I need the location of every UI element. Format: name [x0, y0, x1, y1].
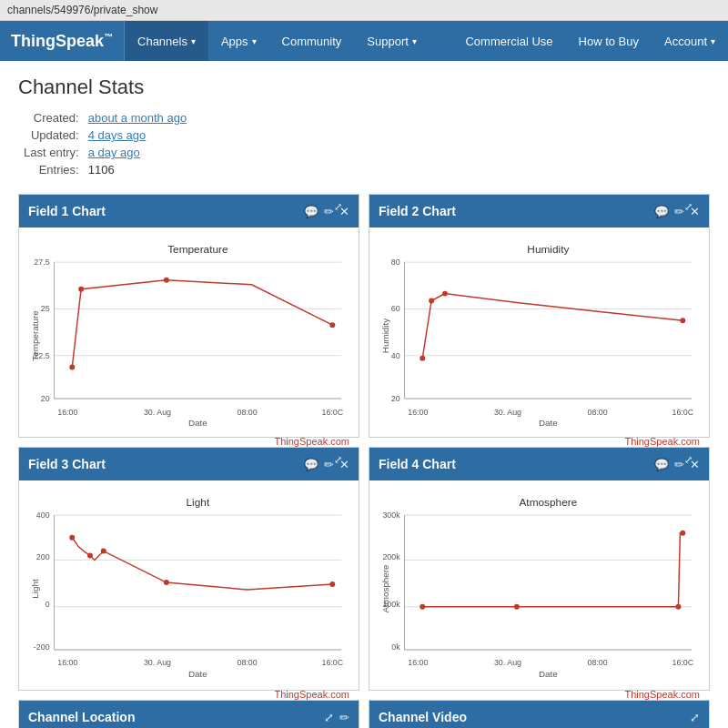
stat-entries-label: Entries: [20, 162, 83, 177]
svg-text:0: 0 [46, 600, 50, 609]
field1-chart-title: Field 1 Chart [28, 204, 106, 218]
location-expand-icon[interactable]: ⤢ [324, 711, 334, 724]
field3-expand-icon[interactable]: ⤢ [334, 454, 342, 466]
stat-last-entry-value: a day ago [85, 145, 190, 160]
svg-text:Light: Light [187, 496, 210, 509]
svg-point-60 [164, 580, 169, 585]
field4-edit-icon[interactable]: ✏ [674, 458, 684, 471]
channel-location-card: Channel Location ⤢ ✏ [18, 700, 359, 728]
field4-comment-icon[interactable]: 💬 [654, 458, 669, 471]
nav-commercial[interactable]: Commercial Use [452, 21, 565, 61]
svg-text:0k: 0k [391, 642, 400, 652]
nav-community[interactable]: Community [269, 21, 355, 61]
field1-comment-icon[interactable]: 💬 [304, 205, 318, 218]
svg-point-36 [420, 356, 425, 361]
svg-point-16 [78, 287, 84, 292]
nav-how-to-buy[interactable]: How to Buy [566, 21, 652, 61]
svg-text:200: 200 [36, 552, 50, 561]
svg-text:08:00: 08:00 [588, 408, 608, 417]
svg-point-82 [680, 531, 685, 536]
field4-expand-icon[interactable]: ⤢ [684, 454, 693, 466]
field2-chart-title: Field 2 Chart [379, 204, 456, 218]
svg-point-38 [442, 291, 448, 297]
field4-chart-controls: 💬 ✏ ✕ ⤢ [654, 458, 700, 471]
svg-point-57 [69, 535, 75, 541]
field1-chart-card: Field 1 Chart 💬 ✏ ✕ ⤢ Temperature 27.5 [18, 194, 359, 438]
svg-text:300k: 300k [382, 511, 400, 520]
field2-chart-controls: 💬 ✏ ✕ ⤢ [654, 205, 700, 218]
field4-thingspeak-link[interactable]: ThingSpeak.com [373, 689, 705, 702]
svg-point-18 [329, 322, 335, 328]
nav-channels[interactable]: Channels▾ [125, 21, 208, 61]
svg-text:16:00: 16:00 [408, 658, 428, 667]
svg-text:100k: 100k [382, 600, 400, 609]
svg-text:20: 20 [391, 394, 400, 403]
svg-text:30. Aug: 30. Aug [494, 408, 521, 417]
stat-updated-value: 4 days ago [85, 127, 190, 143]
field3-thingspeak-link[interactable]: ThingSpeak.com [23, 689, 355, 702]
navbar-right: Commercial Use How to Buy Account▾ [452, 21, 728, 61]
svg-text:Light: Light [30, 579, 40, 599]
brand-logo[interactable]: ThingSpeak™ [0, 21, 125, 61]
svg-text:08:00: 08:00 [238, 658, 258, 667]
field1-edit-icon[interactable]: ✏ [324, 205, 334, 218]
svg-text:Date: Date [188, 669, 207, 679]
svg-text:Date: Date [188, 418, 207, 428]
channel-video-header: Channel Video ⤢ [369, 701, 709, 728]
svg-text:200k: 200k [382, 552, 400, 561]
svg-text:20: 20 [41, 394, 50, 403]
svg-text:16:00: 16:00 [408, 408, 428, 417]
channel-video-title: Channel Video [379, 710, 467, 724]
location-edit-icon[interactable]: ✏ [339, 711, 349, 724]
svg-point-80 [514, 604, 520, 610]
video-expand-icon[interactable]: ⤢ [690, 711, 700, 724]
field2-chart-card: Field 2 Chart 💬 ✏ ✕ ⤢ Humidity 80 60 40 [369, 194, 710, 438]
field4-chart-title: Field 4 Chart [379, 457, 456, 471]
field1-expand-icon[interactable]: ⤢ [334, 201, 342, 213]
svg-text:16:0C: 16:0C [322, 658, 344, 667]
svg-text:60: 60 [391, 304, 400, 313]
charts-grid: Field 1 Chart 💬 ✏ ✕ ⤢ Temperature 27.5 [18, 194, 710, 691]
channel-video-card: Channel Video ⤢ [369, 700, 710, 728]
svg-text:Date: Date [539, 418, 558, 428]
stats-table: Created: about a month ago Updated: 4 da… [18, 108, 192, 179]
svg-text:30. Aug: 30. Aug [144, 408, 171, 417]
field1-chart-body: Temperature 27.5 25 22.5 20 16:00 30. Au… [19, 228, 359, 437]
svg-text:16:0C: 16:0C [672, 658, 694, 667]
svg-text:22.5: 22.5 [34, 351, 49, 360]
svg-text:400: 400 [36, 511, 50, 520]
channel-location-title: Channel Location [28, 710, 135, 724]
svg-text:40: 40 [391, 351, 400, 360]
field4-chart-header: Field 4 Chart 💬 ✏ ✕ ⤢ [369, 448, 709, 480]
stat-created-label: Created: [20, 110, 83, 126]
field1-thingspeak-link[interactable]: ThingSpeak.com [23, 436, 355, 449]
stat-updated-label: Updated: [20, 127, 83, 143]
field3-edit-icon[interactable]: ✏ [324, 458, 334, 471]
browser-url-bar: channels/549976/private_show [0, 0, 728, 21]
field3-chart-title: Field 3 Chart [28, 457, 106, 471]
field2-chart-svg: Humidity 80 60 40 20 16:00 30. Aug 08:00… [373, 235, 705, 433]
svg-point-79 [420, 604, 425, 610]
field3-chart-card: Field 3 Chart 💬 ✏ ✕ ⤢ Light 400 200 0 -2 [18, 447, 359, 691]
svg-text:Humidity: Humidity [527, 243, 569, 256]
field3-comment-icon[interactable]: 💬 [304, 458, 318, 471]
navbar: ThingSpeak™ Channels▾ Apps▾ Community Su… [0, 21, 728, 61]
nav-support[interactable]: Support▾ [354, 21, 430, 61]
svg-text:16:00: 16:00 [57, 408, 77, 417]
field2-expand-icon[interactable]: ⤢ [684, 201, 693, 213]
field2-thingspeak-link[interactable]: ThingSpeak.com [373, 436, 705, 449]
svg-text:-200: -200 [34, 642, 50, 652]
nav-apps[interactable]: Apps▾ [208, 21, 269, 61]
field1-chart-header: Field 1 Chart 💬 ✏ ✕ ⤢ [19, 195, 359, 228]
field3-chart-header: Field 3 Chart 💬 ✏ ✕ ⤢ [19, 448, 359, 480]
field2-comment-icon[interactable]: 💬 [654, 205, 669, 218]
page-title: Channel Stats [18, 76, 710, 99]
nav-account[interactable]: Account▾ [652, 21, 728, 61]
field3-chart-svg: Light 400 200 0 -200 16:00 30. Aug 08:00… [23, 488, 355, 686]
svg-text:30. Aug: 30. Aug [144, 658, 171, 667]
svg-point-39 [680, 318, 685, 323]
svg-text:16:0C: 16:0C [672, 408, 694, 417]
field4-chart-card: Field 4 Chart 💬 ✏ ✕ ⤢ Atmosphere 300k 20… [369, 447, 710, 691]
stat-last-entry-label: Last entry: [20, 145, 83, 160]
field2-edit-icon[interactable]: ✏ [674, 205, 684, 218]
